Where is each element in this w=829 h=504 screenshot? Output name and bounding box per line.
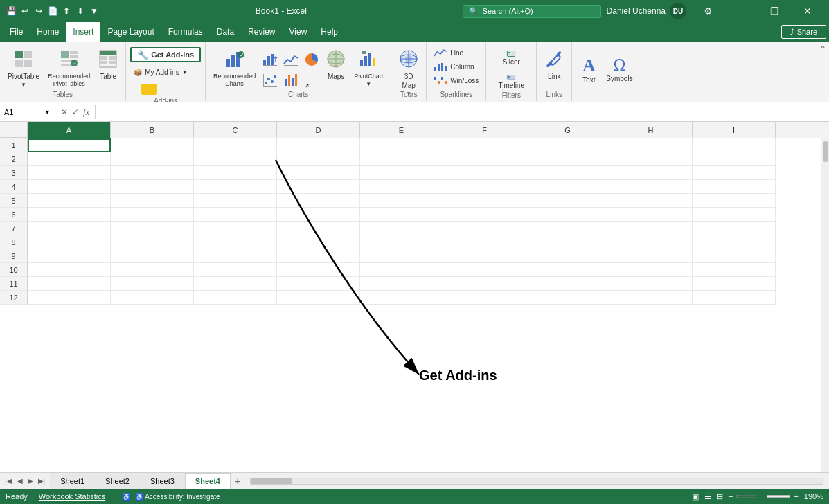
search-box[interactable]: 🔍 Search (Alt+Q) — [463, 5, 601, 18]
cell-G11[interactable] — [526, 277, 609, 291]
cell-G3[interactable] — [526, 166, 609, 180]
cell-E3[interactable] — [360, 166, 443, 180]
cell-I10[interactable] — [693, 263, 776, 277]
scroll-thumb[interactable] — [823, 141, 828, 162]
cell-G1[interactable] — [526, 138, 609, 152]
sheet-nav-next[interactable]: ▶ — [26, 476, 35, 486]
extra-addin-button[interactable] — [132, 82, 166, 97]
row-header-12[interactable]: 12 — [0, 291, 28, 305]
zoom-range-input[interactable] — [736, 495, 791, 498]
cell-C1[interactable] — [194, 138, 277, 152]
cell-E4[interactable] — [360, 180, 443, 194]
cell-F6[interactable] — [443, 208, 526, 222]
row-header-9[interactable]: 9 — [0, 249, 28, 263]
table-button[interactable]: Table — [95, 45, 121, 91]
cell-A8[interactable] — [28, 235, 111, 249]
cell-A7[interactable] — [28, 222, 111, 235]
col-header-B[interactable]: B — [111, 122, 194, 138]
col-header-H[interactable]: H — [609, 122, 693, 138]
redo-icon[interactable]: ↪ — [33, 6, 44, 17]
cell-E5[interactable] — [360, 194, 443, 208]
insert-function-icon[interactable]: fx — [82, 105, 91, 119]
settings-icon[interactable]: ⚙ — [692, 0, 724, 22]
cell-E11[interactable] — [360, 277, 443, 291]
new-doc-icon[interactable]: 📄 — [47, 6, 58, 17]
cell-I9[interactable] — [693, 249, 776, 263]
link-button[interactable]: Link — [541, 45, 567, 91]
cell-F12[interactable] — [443, 291, 526, 305]
cell-A10[interactable] — [28, 263, 111, 277]
zoom-slider[interactable]: − + — [729, 492, 799, 501]
cell-E6[interactable] — [360, 208, 443, 222]
cell-I3[interactable] — [693, 166, 776, 180]
add-sheet-button[interactable]: + — [231, 476, 244, 487]
col-header-I[interactable]: I — [693, 122, 776, 138]
cell-A3[interactable] — [28, 166, 111, 180]
cell-C7[interactable] — [194, 222, 277, 235]
cell-F10[interactable] — [443, 263, 526, 277]
cell-D5[interactable] — [277, 194, 360, 208]
cell-I7[interactable] — [693, 222, 776, 235]
pie-chart-button[interactable] — [302, 51, 321, 70]
cell-H11[interactable] — [609, 277, 693, 291]
cell-D11[interactable] — [277, 277, 360, 291]
maximize-button[interactable]: ❐ — [758, 0, 790, 22]
normal-view-icon[interactable]: ▣ — [692, 492, 699, 501]
cell-C3[interactable] — [194, 166, 277, 180]
cell-H8[interactable] — [609, 235, 693, 249]
cell-B5[interactable] — [111, 194, 194, 208]
cell-H3[interactable] — [609, 166, 693, 180]
zoom-level[interactable]: 190% — [804, 492, 823, 501]
cell-E9[interactable] — [360, 249, 443, 263]
cell-I1[interactable] — [693, 138, 776, 152]
undo-icon[interactable]: ↩ — [19, 6, 30, 17]
cell-H6[interactable] — [609, 208, 693, 222]
sheet-tab-sheet4[interactable]: Sheet4 — [185, 473, 231, 489]
avatar[interactable]: DU — [670, 3, 686, 19]
recommended-pivottables-button[interactable]: ✓ RecommendedPivotTables — [44, 45, 93, 91]
vertical-scrollbar[interactable] — [821, 138, 829, 472]
cell-D2[interactable] — [277, 152, 360, 166]
cell-B9[interactable] — [111, 249, 194, 263]
cell-F5[interactable] — [443, 194, 526, 208]
close-button[interactable]: ✕ — [792, 0, 823, 22]
row-header-1[interactable]: 1 — [0, 138, 28, 152]
cell-E2[interactable] — [360, 152, 443, 166]
maps-button[interactable]: Maps — [323, 45, 349, 91]
cell-C10[interactable] — [194, 263, 277, 277]
row-header-5[interactable]: 5 — [0, 194, 28, 208]
col-header-G[interactable]: G — [526, 122, 609, 138]
cell-B2[interactable] — [111, 152, 194, 166]
col-header-C[interactable]: C — [194, 122, 277, 138]
cell-D8[interactable] — [277, 235, 360, 249]
cell-C5[interactable] — [194, 194, 277, 208]
cell-B7[interactable] — [111, 222, 194, 235]
menu-data[interactable]: Data — [210, 22, 241, 42]
sparkline-line-button[interactable]: Line — [431, 47, 466, 60]
line-chart-button[interactable] — [281, 51, 301, 70]
minimize-button[interactable]: — — [725, 0, 757, 22]
cell-E10[interactable] — [360, 263, 443, 277]
cell-G5[interactable] — [526, 194, 609, 208]
dropdown-icon[interactable]: ▼ — [89, 6, 100, 17]
save-icon[interactable]: 💾 — [6, 6, 17, 17]
menu-insert[interactable]: Insert — [66, 22, 100, 42]
cell-A12[interactable] — [28, 291, 111, 305]
cell-D1[interactable] — [277, 138, 360, 152]
cell-G6[interactable] — [526, 208, 609, 222]
page-layout-view-icon[interactable]: ☰ — [704, 492, 711, 501]
pivotchart-button[interactable]: PivotChart ▼ — [350, 45, 386, 91]
sheet-tab-sheet3[interactable]: Sheet3 — [140, 473, 185, 489]
cell-I8[interactable] — [693, 235, 776, 249]
sparkline-winloss-button[interactable]: Win/Loss — [431, 75, 481, 87]
cell-H2[interactable] — [609, 152, 693, 166]
timeline-button[interactable]: Timeline — [490, 72, 532, 91]
row-header-11[interactable]: 11 — [0, 277, 28, 291]
cell-B11[interactable] — [111, 277, 194, 291]
cell-F9[interactable] — [443, 249, 526, 263]
cell-F11[interactable] — [443, 277, 526, 291]
formula-input[interactable] — [96, 108, 829, 116]
cell-I11[interactable] — [693, 277, 776, 291]
cell-A1[interactable] — [28, 138, 111, 152]
sheet-tab-sheet1[interactable]: Sheet1 — [50, 473, 95, 489]
